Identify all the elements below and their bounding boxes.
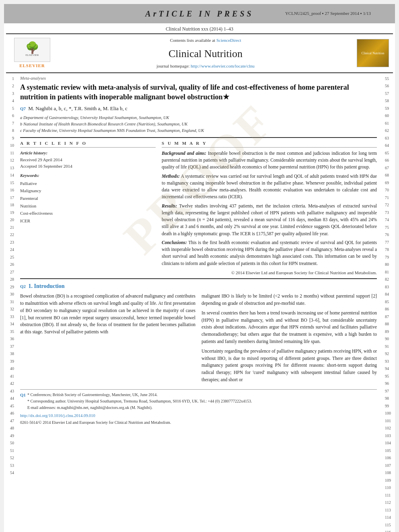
elsevier-logo-img: 🌳 ELSEVIER	[14, 38, 50, 62]
results-label: Results:	[162, 203, 177, 208]
emails: m.naghibi@nhs.net, naghibi@doctors.org.u…	[57, 405, 152, 410]
journal-homepage-link[interactable]: http://www.elsevier.com/locate/clnu	[191, 64, 255, 68]
keywords-label: Keywords:	[20, 173, 156, 179]
sciencedirect-anchor[interactable]: ScienceDirect	[216, 38, 241, 43]
article-info-col: A R T I C L E I N F O Article history: R…	[20, 140, 156, 276]
journal-header: 🌳 ELSEVIER ELSEVIER Contents lists avail…	[6, 33, 393, 73]
issn-line: 0261-5614/© 2014 Elsevier Ltd and Europe…	[20, 419, 377, 426]
article-in-press-bar: ArTICLE IN PRESS YCLNU2425_proof ▪ 27 Se…	[4, 4, 395, 23]
footnotes: Q1 * Conferences; British Society of Gas…	[20, 389, 377, 426]
q1-marker-area: Q1 * Conferences; British Society of Gas…	[20, 392, 377, 411]
results-para: Results: Twelve studies involving 437 pa…	[162, 203, 377, 237]
background-para: Background and aims: Inoperable bowel ob…	[162, 150, 377, 171]
elsevier-label: ELSEVIER	[19, 63, 45, 69]
star-note: * Conferences; British Society of Gastro…	[27, 392, 252, 398]
intro-heading: Q2 1. Introduction	[20, 282, 377, 290]
aip-meta: YCLNU2425_proof ▪ 27 September 2014 ▪ 1/…	[285, 10, 371, 16]
sciencedirect-link: Contents lists available at ScienceDirec…	[54, 37, 357, 43]
email-label: E-mail addresses:	[27, 405, 56, 410]
article-body: Meta-analyses A systematic review with m…	[16, 73, 383, 430]
page-wrapper: PROOF ArTICLE IN PRESS YCLNU2425_proof ▪…	[4, 4, 395, 532]
methods-label: Methods:	[162, 174, 180, 179]
email-note: E-mail addresses: m.naghibi@nhs.net, nag…	[27, 405, 252, 411]
accepted-date: Accepted 16 September 2014	[20, 163, 156, 169]
methods-text: A systematic review was carried out for …	[162, 174, 377, 199]
line-numbers-right: 5556575859606162636465666768697071727374…	[383, 73, 395, 532]
thick-divider-1	[20, 137, 377, 138]
background-label: Background and aims:	[162, 151, 206, 156]
journal-title: Clinical Nutrition	[54, 47, 357, 61]
affiliation-b: b National Institute of Health Research …	[20, 121, 377, 127]
conclusions-para: Conclusions: This is the first health ec…	[162, 239, 377, 267]
article-in-press-text: ArTICLE IN PRESS	[145, 9, 253, 18]
affiliations: a Department of Gastroenterology, Univer…	[20, 115, 377, 134]
history-label: Article history:	[20, 150, 156, 156]
journal-thumbnail: Clinical Nutrition	[357, 39, 389, 67]
corresponding-note: * Corresponding author. University Hospi…	[27, 398, 252, 405]
journal-center: Contents lists available at ScienceDirec…	[54, 37, 357, 69]
elsevier-tree-icon: 🌳	[25, 42, 39, 53]
intro-col-1: Bowel obstruction (BO) is a recognised c…	[20, 293, 195, 386]
page-content: Meta-analyses A systematic review with m…	[16, 73, 383, 532]
authors-line: Q7 M. Naghibi a, b, c, *, T.R. Smith a, …	[20, 105, 377, 112]
article-info-heading: A R T I C L E I N F O	[20, 140, 156, 148]
citation-line: Clinical Nutrition xxx (2014) 1–43	[166, 26, 233, 32]
elsevier-logo: 🌳 ELSEVIER ELSEVIER	[10, 38, 54, 69]
main-content-area: 1234567891011121314151617181920212223242…	[4, 73, 395, 532]
intro-body-two-col: Bowel obstruction (BO) is a recognised c…	[20, 293, 377, 386]
conclusions-label: Conclusions:	[162, 240, 187, 245]
article-title: A systematic review with meta-analysis o…	[20, 83, 377, 102]
journal-url-bar: Clinical Nutrition xxx (2014) 1–43	[4, 23, 395, 33]
doi-link[interactable]: http://dx.doi.org/10.1016/j.clnu.2014.09…	[20, 413, 95, 418]
summary-heading: S U M M A R Y	[162, 140, 377, 148]
keywords-list: PalliativeMalignancyParenteralNutritionC…	[20, 180, 156, 225]
authors-text: M. Naghibi a, b, c, *, T.R. Smith a, M. …	[28, 105, 128, 111]
journal-thumb-text: Clinical Nutrition	[362, 51, 385, 55]
intro-col-2: malignant IBO is likely to be limited (<…	[202, 293, 377, 386]
copyright-line: © 2014 Elsevier Ltd and European Society…	[162, 269, 377, 276]
conclusions-text: This is the first health economic evalua…	[162, 240, 377, 266]
q7-marker: Q7	[20, 106, 26, 111]
affiliation-a: a Department of Gastroenterology, Univer…	[20, 115, 377, 121]
journal-homepage: journal homepage: http://www.elsevier.co…	[54, 63, 357, 69]
section-tag: Meta-analyses	[20, 75, 377, 81]
q2-marker: Q2	[20, 284, 26, 289]
intro-section: Q2 1. Introduction Bowel obstruction (BO…	[20, 282, 377, 386]
summary-text: Background and aims: Inoperable bowel ob…	[162, 150, 377, 276]
methods-para: Methods: A systematic review was carried…	[162, 173, 377, 201]
q1-marker: Q1	[20, 392, 26, 399]
thick-divider-2	[20, 278, 377, 279]
summary-col: S U M M A R Y Background and aims: Inope…	[162, 140, 377, 276]
keywords-section: Keywords: PalliativeMalignancyParenteral…	[20, 173, 156, 225]
results-text: Twelve studies involving 437 patients, m…	[162, 203, 377, 236]
article-history-section: Article history: Received 29 April 2014 …	[20, 150, 156, 169]
received-date: Received 29 April 2014	[20, 157, 156, 163]
article-info-summary: A R T I C L E I N F O Article history: R…	[20, 140, 377, 276]
intro-text-1: Bowel obstruction (BO) is a recognised c…	[20, 293, 195, 336]
affiliation-c: c Faculty of Medicine, University Hospit…	[20, 127, 377, 134]
line-numbers-left: 1234567891011121314151617181920212223242…	[4, 73, 16, 532]
intro-heading-text: 1. Introduction	[29, 283, 65, 289]
intro-text-2: malignant IBO is likely to be limited (<…	[202, 293, 377, 384]
